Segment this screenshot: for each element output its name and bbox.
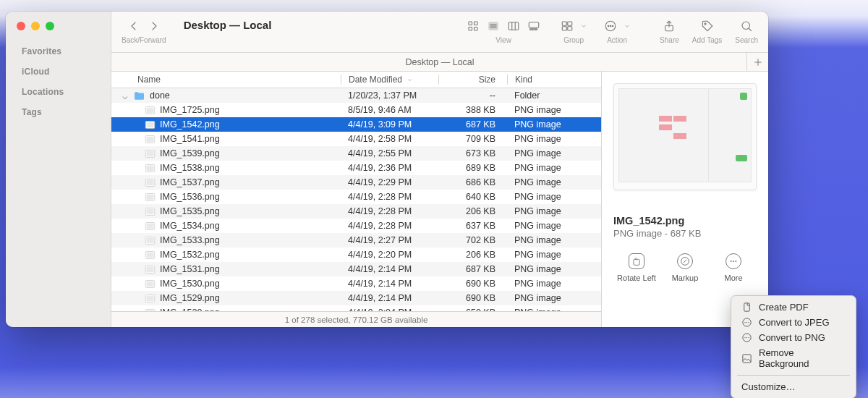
file-row[interactable]: IMG_1537.png4/4/19, 2:29 PM686 KBPNG ima…: [111, 175, 601, 190]
svg-rect-38: [147, 165, 154, 171]
row-date: 4/4/19, 2:58 PM: [341, 134, 438, 144]
share-group: Share: [660, 17, 679, 44]
svg-rect-48: [147, 237, 154, 243]
share-label: Share: [660, 36, 679, 44]
row-kind: PNG image: [507, 105, 601, 115]
svg-rect-11: [529, 22, 539, 28]
file-row[interactable]: IMG_1533.png4/4/19, 2:27 PM702 KBPNG ima…: [111, 233, 601, 247]
svg-rect-32: [147, 122, 154, 127]
group-icon[interactable]: [560, 20, 574, 33]
row-size: 388 KB: [438, 105, 507, 115]
row-date: 4/4/19, 2:28 PM: [341, 192, 438, 202]
zoom-window-button[interactable]: [46, 22, 54, 30]
row-name: done: [150, 90, 170, 101]
file-row[interactable]: IMG_1530.png4/4/19, 2:14 PM690 KBPNG ima…: [111, 276, 601, 291]
list-view-icon[interactable]: [486, 20, 501, 33]
file-row[interactable]: IMG_1532.png4/4/19, 2:20 PM206 KBPNG ima…: [111, 247, 601, 262]
svg-rect-73: [743, 354, 751, 362]
row-date: 4/4/19, 2:28 PM: [341, 206, 438, 216]
nav-label: Back/Forward: [122, 36, 166, 44]
rows-container[interactable]: ⌵done1/20/23, 1:37 PM--FolderIMG_1725.pn…: [111, 88, 601, 311]
menu-separator: [737, 375, 850, 376]
sidebar-section-tags[interactable]: Tags: [6, 97, 111, 117]
menu-item[interactable]: Remove Background: [731, 345, 856, 371]
row-kind: PNG image: [507, 250, 601, 260]
svg-rect-0: [469, 22, 472, 25]
sidebar-section-locations[interactable]: Locations: [6, 77, 111, 97]
row-date: 8/5/19, 9:46 AM: [341, 105, 438, 115]
file-row[interactable]: IMG_1536.png4/4/19, 2:28 PM640 KBPNG ima…: [111, 190, 601, 204]
row-size: 686 KB: [438, 177, 507, 187]
row-size: 687 KB: [438, 264, 507, 274]
content: Name Date Modified Size Kind ⌵done1/20/2…: [111, 72, 768, 327]
rotate-left-label: Rotate Left: [617, 274, 656, 282]
file-row[interactable]: IMG_1535.png4/4/19, 2:28 PM206 KBPNG ima…: [111, 204, 601, 219]
chevron-down-icon[interactable]: [624, 20, 631, 32]
sidebar-section-favorites[interactable]: Favorites: [6, 36, 111, 56]
back-icon[interactable]: [127, 20, 141, 33]
row-name: IMG_1536.png: [160, 192, 220, 202]
menu-customize[interactable]: Customize…: [731, 379, 856, 394]
column-name[interactable]: Name: [111, 75, 341, 85]
file-row[interactable]: IMG_1528.png4/4/19, 2:04 PM650 KBPNG ima…: [111, 305, 601, 311]
svg-point-61: [731, 261, 732, 262]
folder-row[interactable]: ⌵done1/20/23, 1:37 PM--Folder: [111, 88, 601, 103]
sidebar: Favorites iCloud Locations Tags: [6, 12, 111, 327]
tags-label: Add Tags: [692, 36, 723, 44]
column-size[interactable]: Size: [438, 75, 507, 85]
file-row[interactable]: IMG_1539.png4/4/19, 2:55 PM673 KBPNG ima…: [111, 146, 601, 161]
svg-rect-3: [475, 27, 478, 31]
row-name: IMG_1542.png: [160, 119, 220, 130]
share-icon[interactable]: [662, 20, 676, 33]
svg-rect-34: [147, 136, 154, 142]
icon-view-icon[interactable]: [466, 20, 480, 33]
row-date: 4/4/19, 3:09 PM: [341, 119, 438, 130]
disclosure-triangle-icon[interactable]: ⌵: [122, 90, 129, 101]
window-title: Desktop — Local: [184, 19, 272, 31]
row-date: 4/4/19, 2:14 PM: [341, 293, 438, 303]
path-text[interactable]: Desktop — Local: [405, 57, 474, 67]
close-window-button[interactable]: [17, 22, 25, 30]
traffic-lights: [6, 12, 111, 36]
minimize-window-button[interactable]: [31, 22, 40, 30]
menu-item[interactable]: Convert to JPEG: [731, 315, 856, 330]
action-icon[interactable]: [603, 20, 618, 33]
new-tab-button[interactable]: [746, 53, 768, 71]
rotate-left-button[interactable]: Rotate Left: [613, 253, 660, 282]
file-row[interactable]: IMG_1529.png4/4/19, 2:14 PM690 KBPNG ima…: [111, 291, 601, 305]
row-name: IMG_1725.png: [160, 105, 220, 115]
menu-item[interactable]: Create PDF: [731, 300, 856, 315]
file-row[interactable]: IMG_1542.png4/4/19, 3:09 PM687 KBPNG ima…: [111, 117, 601, 132]
preview-thumbnail[interactable]: [613, 83, 757, 190]
gallery-view-icon[interactable]: [527, 20, 541, 33]
column-view-icon[interactable]: [506, 20, 521, 33]
svg-rect-30: [147, 107, 154, 113]
markup-button[interactable]: Markup: [662, 253, 708, 282]
row-name: IMG_1530.png: [160, 279, 220, 289]
menu-item-label: Convert to JPEG: [759, 317, 830, 328]
row-kind: PNG image: [507, 221, 601, 231]
sidebar-section-icloud[interactable]: iCloud: [6, 56, 111, 77]
file-row[interactable]: IMG_1531.png4/4/19, 2:14 PM687 KBPNG ima…: [111, 262, 601, 276]
file-row[interactable]: IMG_1541.png4/4/19, 2:58 PM709 KBPNG ima…: [111, 132, 601, 146]
file-row[interactable]: IMG_1725.png8/5/19, 9:46 AM388 KBPNG ima…: [111, 103, 601, 117]
main-area: Back/Forward Desktop — Local View Grou: [111, 12, 768, 327]
forward-icon[interactable]: [147, 20, 161, 33]
row-size: 687 KB: [438, 119, 507, 130]
chevron-down-icon[interactable]: [580, 20, 587, 32]
column-kind[interactable]: Kind: [507, 75, 601, 85]
column-date-modified[interactable]: Date Modified: [341, 75, 438, 85]
row-name: IMG_1531.png: [160, 264, 220, 274]
search-icon[interactable]: [739, 20, 754, 33]
row-size: 709 KB: [438, 134, 507, 144]
file-row[interactable]: IMG_1538.png4/4/19, 2:36 PM689 KBPNG ima…: [111, 161, 601, 175]
file-listing: Name Date Modified Size Kind ⌵done1/20/2…: [111, 72, 602, 327]
more-actions-button[interactable]: More: [710, 253, 757, 282]
svg-point-63: [735, 261, 736, 262]
row-date: 4/4/19, 2:29 PM: [341, 177, 438, 187]
tag-icon[interactable]: [700, 20, 715, 33]
menu-item[interactable]: Convert to PNG: [731, 330, 856, 345]
file-row[interactable]: IMG_1534.png4/4/19, 2:28 PM637 KBPNG ima…: [111, 219, 601, 233]
row-kind: PNG image: [507, 279, 601, 289]
svg-rect-2: [469, 27, 472, 31]
